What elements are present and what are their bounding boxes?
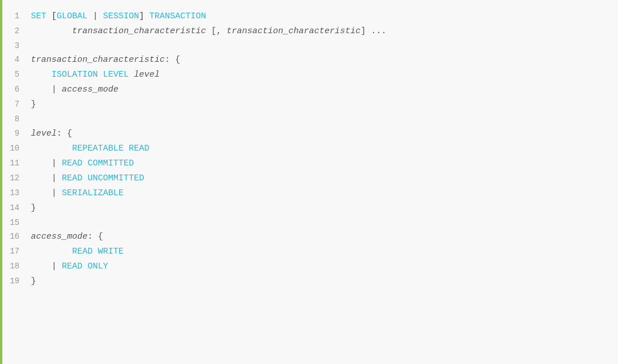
line-content: transaction_characteristic [, transactio… [31, 25, 386, 38]
punctuation-token: : { [57, 129, 72, 139]
line-content: | SERIALIZABLE [31, 187, 124, 200]
pipe-token: | [52, 173, 62, 183]
line-number: 11 [2, 157, 31, 169]
line-number: 4 [2, 53, 31, 66]
line-number: 5 [2, 68, 31, 81]
punctuation-token: ] [360, 26, 366, 36]
identifier-token: level [31, 129, 57, 139]
pipe-token: | [52, 85, 62, 94]
line-content: REPEATABLE READ [31, 142, 149, 156]
punctuation-token: , [216, 26, 227, 36]
keyword-token: GLOBAL [57, 11, 88, 21]
line-number: 10 [2, 142, 31, 155]
brace-token: } [31, 100, 36, 109]
code-line: 16access_mode: { [2, 230, 618, 244]
line-number: 16 [2, 230, 31, 243]
pipe-token: | [52, 262, 62, 271]
line-number: 6 [2, 83, 31, 96]
code-line: 3 [2, 39, 618, 53]
punctuation-token: : { [88, 232, 103, 242]
identifier-token: level [129, 70, 160, 80]
punctuation-token: ... [366, 26, 386, 36]
keyword-token: READ WRITE [72, 247, 124, 256]
code-line: 18 | READ ONLY [2, 259, 618, 274]
code-line: 5 ISOLATION LEVEL level [2, 68, 618, 82]
code-line: 15 [2, 216, 618, 230]
line-content: transaction_characteristic: { [31, 53, 180, 67]
line-content: access_mode: { [31, 230, 103, 244]
keyword-token: TRANSACTION [144, 11, 206, 21]
keyword-token: READ UNCOMMITTED [62, 173, 144, 183]
line-content: | READ UNCOMMITTED [31, 172, 144, 185]
bracket-token: [ [52, 11, 57, 21]
line-content: SET [GLOBAL | SESSION] TRANSACTION [31, 10, 206, 23]
line-number: 9 [2, 127, 31, 140]
line-number: 12 [2, 172, 31, 184]
brace-token: } [31, 276, 36, 286]
line-content: | READ ONLY [31, 260, 108, 274]
line-number: 18 [2, 260, 31, 272]
line-number: 1 [2, 10, 31, 22]
code-line: 6 | access_mode [2, 82, 618, 97]
punctuation-token: | [88, 11, 103, 21]
line-number: 13 [2, 187, 31, 199]
identifier-token: access_mode [31, 232, 88, 242]
identifier-token: transaction_characteristic [227, 26, 360, 36]
line-content: level: { [31, 127, 72, 141]
code-line: 2 transaction_characteristic [, transact… [2, 24, 618, 39]
pipe-token: | [52, 188, 62, 198]
code-line: 8 [2, 112, 618, 126]
line-content: READ WRITE [31, 245, 124, 259]
keyword-token: ISOLATION LEVEL [52, 70, 129, 80]
punctuation-token: [ [206, 26, 216, 36]
line-number: 17 [2, 245, 31, 258]
keyword-token: READ ONLY [62, 262, 108, 271]
bracket-token: ] [139, 11, 144, 21]
punctuation-token: : { [165, 55, 180, 65]
line-content: ISOLATION LEVEL level [31, 68, 160, 82]
keyword-token: SESSION [103, 11, 139, 21]
line-content: | access_mode [31, 83, 118, 97]
keyword-token: SERIALIZABLE [62, 188, 124, 198]
line-content: } [31, 201, 36, 215]
keyword-token: REPEATABLE READ [72, 144, 149, 153]
code-line: 7} [2, 97, 618, 112]
code-line: 11 | READ COMMITTED [2, 156, 618, 171]
code-line: 13 | SERIALIZABLE [2, 186, 618, 201]
line-number: 15 [2, 216, 31, 229]
line-content: } [31, 98, 36, 112]
line-content: } [31, 275, 36, 288]
code-line: 9level: { [2, 126, 618, 141]
line-number: 8 [2, 113, 31, 125]
line-number: 7 [2, 98, 31, 110]
line-number: 14 [2, 201, 31, 214]
code-line: 14} [2, 201, 618, 216]
line-number: 2 [2, 25, 31, 37]
identifier-token: transaction_characteristic [72, 26, 206, 36]
code-line: 17 READ WRITE [2, 244, 618, 259]
keyword-token: READ COMMITTED [62, 159, 134, 168]
code-block: 1SET [GLOBAL | SESSION] TRANSACTION2 tra… [0, 0, 618, 364]
line-number: 3 [2, 39, 31, 52]
line-content: | READ COMMITTED [31, 157, 134, 171]
identifier-token: access_mode [62, 85, 118, 94]
brace-token: } [31, 203, 36, 213]
pipe-token: | [52, 159, 62, 168]
line-number: 19 [2, 275, 31, 287]
code-line: 12 | READ UNCOMMITTED [2, 171, 618, 186]
code-line: 1SET [GLOBAL | SESSION] TRANSACTION [2, 9, 618, 24]
code-line: 19} [2, 274, 618, 289]
keyword-token: SET [31, 11, 52, 21]
identifier-token: transaction_characteristic [31, 55, 165, 65]
code-line: 10 REPEATABLE READ [2, 141, 618, 156]
code-line: 4transaction_characteristic: { [2, 53, 618, 68]
